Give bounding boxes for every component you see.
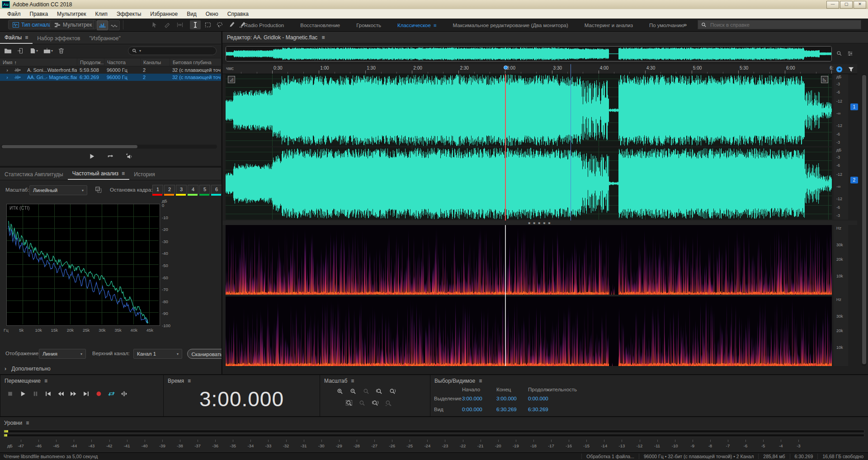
new-file-icon[interactable]: ▾ — [30, 48, 38, 54]
panel-menu-icon[interactable]: ≡ — [479, 378, 482, 384]
skip-selection-button[interactable] — [118, 389, 130, 399]
display-select[interactable]: Линия▾ — [39, 349, 86, 359]
column-header-Частота[interactable]: Частота — [104, 58, 140, 66]
tab-Частотный-анализ[interactable]: Частотный анализ≡ — [68, 168, 129, 180]
zoom-full-button[interactable] — [382, 399, 394, 408]
files-table-header[interactable]: Имя↑Продолж...ЧастотаКаналыБитовая глуби… — [0, 58, 221, 66]
scrollbar-thumb[interactable] — [2, 145, 137, 148]
expand-chevron-icon[interactable]: › — [0, 67, 12, 73]
menu-Справка[interactable]: Справка — [223, 10, 253, 18]
filter-icon[interactable] — [847, 65, 855, 73]
waveform-view-icon[interactable] — [97, 20, 108, 30]
editor-header[interactable]: Редактор: AA. Gridlok - Magnetic.flac ≡ — [222, 32, 868, 43]
waveform-spectral-splitter[interactable]: ■ ■ ■ ■ ■ — [222, 221, 857, 225]
tab-История[interactable]: История — [129, 169, 160, 180]
panel-menu-icon[interactable]: ≡ — [122, 170, 125, 177]
spectrogram-channel-1[interactable] — [226, 225, 832, 295]
wave-corner-left-icon[interactable]: ◿ — [228, 76, 235, 83]
trash-icon[interactable] — [58, 48, 64, 54]
marker-line[interactable] — [571, 64, 571, 221]
help-search-input[interactable] — [709, 22, 858, 28]
spectrogram-channel-2[interactable] — [226, 296, 832, 366]
import-file-icon[interactable] — [17, 48, 24, 54]
titlebar[interactable]: Au Adobe Audition CC 2018 — ▢ ✕ — [0, 0, 868, 9]
hold-button-6[interactable]: 6 — [211, 185, 222, 194]
hold-button-4[interactable]: 4 — [188, 185, 198, 194]
move-tool-icon[interactable] — [149, 20, 160, 29]
overview-strip[interactable] — [226, 46, 832, 61]
playhead-handle[interactable] — [504, 66, 508, 70]
multitrack-button[interactable]: Мультитрек — [50, 20, 96, 29]
spectral-display-icon[interactable] — [108, 20, 120, 30]
advanced-expander[interactable]: › Дополнительно — [5, 366, 51, 372]
razor-tool-icon[interactable] — [162, 20, 173, 29]
pause-button[interactable] — [30, 389, 41, 399]
maximize-button[interactable]: ▢ — [840, 1, 853, 9]
files-horizontal-scrollbar[interactable] — [1, 145, 217, 149]
paintbrush-tool-icon[interactable] — [226, 20, 237, 29]
overview-zoom-icon[interactable] — [835, 49, 844, 58]
hold-button-3[interactable]: 3 — [176, 185, 187, 194]
expand-chevron-icon[interactable]: › — [0, 75, 12, 80]
zoom-out-button[interactable] — [347, 387, 359, 396]
selection-duration[interactable]: 6:30.269 — [528, 407, 548, 412]
autoscroll-icon[interactable] — [835, 65, 843, 73]
time-selection-tool-icon[interactable] — [190, 20, 201, 29]
panel-menu-icon[interactable]: ≡ — [321, 34, 325, 41]
lasso-selection-tool-icon[interactable] — [214, 20, 225, 29]
stop-button[interactable] — [5, 389, 16, 399]
loop-playback-button[interactable] — [106, 389, 117, 399]
column-header-Битовая глубина[interactable]: Битовая глубина — [170, 58, 221, 66]
zoom-in-time-button[interactable] — [360, 387, 372, 396]
files-search-box[interactable]: ▾ — [128, 47, 217, 55]
panel-menu-icon[interactable]: ≡ — [351, 378, 354, 384]
file-row[interactable]: ›A. Soni...Waterfront.flac5:59.50896000 … — [0, 66, 221, 74]
overview-waveform-canvas[interactable] — [226, 47, 831, 61]
import-media-icon[interactable]: ▾ — [43, 48, 53, 54]
play-button[interactable] — [17, 389, 28, 399]
overview-settings-icon[interactable] — [845, 49, 854, 58]
zoom-reset-button[interactable] — [356, 399, 368, 408]
workspace-menu-icon[interactable]: ≡ — [434, 23, 437, 28]
wave-corner-right-icon[interactable]: ◺ — [821, 76, 828, 83]
copy-graph-icon[interactable] — [95, 186, 102, 193]
top-channel-select[interactable]: Канал 1▾ — [133, 349, 182, 359]
menu-Мультитрек[interactable]: Мультитрек — [52, 10, 90, 18]
zoom-in-button[interactable] — [334, 387, 345, 396]
panel-menu-icon[interactable]: ≡ — [26, 420, 29, 426]
panel-menu-icon[interactable]: ≡ — [25, 34, 28, 41]
rewind-button[interactable] — [55, 389, 66, 399]
zoom-in-right-edge-button[interactable] — [387, 387, 398, 396]
column-header-Каналы[interactable]: Каналы — [140, 58, 170, 66]
panel-menu-icon[interactable]: ≡ — [188, 378, 191, 384]
playhead-line-spectral[interactable] — [505, 225, 506, 366]
menu-Файл[interactable]: Файл — [3, 10, 25, 18]
scan-button[interactable]: Сканировать — [187, 349, 227, 359]
record-button[interactable] — [93, 389, 104, 399]
column-header-Имя[interactable]: Имя↑ — [0, 58, 77, 66]
menu-Эффекты[interactable]: Эффекты — [112, 10, 146, 18]
preview-play-icon[interactable] — [89, 153, 95, 160]
tab-Файлы[interactable]: Файлы≡ — [0, 32, 33, 44]
menu-Вид[interactable]: Вид — [182, 10, 201, 18]
close-button[interactable]: ✕ — [854, 1, 866, 9]
zoom-in-left-edge-button[interactable] — [373, 387, 385, 396]
frequency-graph[interactable]: ИТК (CTI) — [6, 204, 160, 326]
menu-Клип[interactable]: Клип — [91, 10, 112, 18]
menu-Окно[interactable]: Окно — [201, 10, 223, 18]
channel-badge-2[interactable]: 2 — [850, 177, 858, 183]
workspace-Классическое[interactable]: Классическое≡ — [397, 23, 437, 28]
editor-vertical-scrollbar[interactable] — [862, 74, 867, 366]
channel-badge-1[interactable]: 1 — [850, 103, 858, 110]
files-search-input[interactable] — [143, 47, 212, 55]
selection-end[interactable]: 3:00.000 — [496, 396, 517, 401]
zoom-to-selection-button[interactable] — [343, 399, 354, 408]
tab--Избранное-[interactable]: "Избранное" — [85, 33, 125, 44]
menu-Избранное[interactable]: Избранное — [146, 10, 182, 18]
playhead-line[interactable] — [505, 74, 506, 221]
help-search-box[interactable] — [698, 20, 861, 29]
tab-Набор-эффектов[interactable]: Набор эффектов — [33, 33, 85, 44]
hold-button-1[interactable]: 1 — [152, 185, 163, 194]
timeline-ruler[interactable]: чмс 0:301:001:302:002:303:003:304:004:30… — [222, 64, 857, 74]
slip-tool-icon[interactable] — [175, 20, 185, 29]
